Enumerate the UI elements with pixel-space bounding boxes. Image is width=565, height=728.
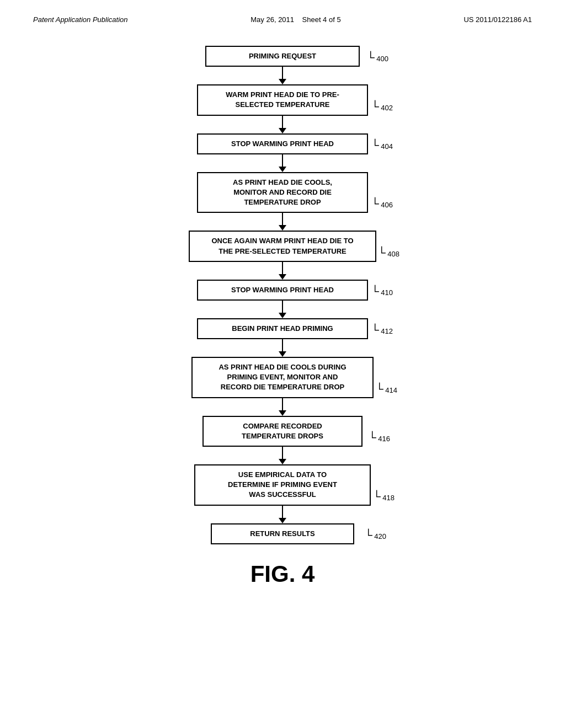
step-number-1: └ 400	[367, 51, 389, 64]
step-label-5: ONCE AGAIN WARM PRINT HEAD DIE TOTHE PRE…	[211, 237, 353, 255]
step-label-4: AS PRINT HEAD DIE COOLS,MONITOR AND RECO…	[233, 178, 332, 206]
flow-row-6: STOP WARMING PRINT HEAD └ 410	[145, 280, 420, 301]
step-number-3: └ 404	[371, 139, 393, 152]
header: Patent Application Publication May 26, 2…	[0, 0, 565, 29]
arrow-2	[279, 116, 286, 133]
step-number-8: └ 414	[376, 383, 398, 395]
arrow-4	[279, 213, 286, 231]
step-box-8: AS PRINT HEAD DIE COOLS DURINGPRIMING EV…	[191, 357, 374, 398]
arrow-5	[279, 262, 286, 280]
step-number-7: └ 412	[371, 324, 393, 336]
step-box-10: USE EMPIRICAL DATA TODETERMINE IF PRIMIN…	[194, 464, 371, 506]
step-label-8: AS PRINT HEAD DIE COOLS DURINGPRIMING EV…	[218, 363, 346, 391]
step-label-2: WARM PRINT HEAD DIE TO PRE-SELECTED TEMP…	[226, 90, 339, 109]
flow-row-9: COMPARE RECORDEDTEMPERATURE DROPS └ 416	[145, 416, 420, 447]
step-box-1: PRIMING REQUEST	[205, 46, 360, 67]
arrow-1	[279, 67, 286, 84]
step-box-6: STOP WARMING PRINT HEAD	[197, 280, 368, 301]
flow-row-10: USE EMPIRICAL DATA TODETERMINE IF PRIMIN…	[145, 464, 420, 506]
step-box-5: ONCE AGAIN WARM PRINT HEAD DIE TOTHE PRE…	[189, 231, 376, 261]
header-left: Patent Application Publication	[33, 15, 128, 24]
header-sheet: Sheet 4 of 5	[302, 15, 341, 24]
step-box-9: COMPARE RECORDEDTEMPERATURE DROPS	[202, 416, 363, 447]
step-box-2: WARM PRINT HEAD DIE TO PRE-SELECTED TEMP…	[197, 84, 368, 115]
step-box-7: BEGIN PRINT HEAD PRIMING	[197, 318, 368, 339]
step-label-9: COMPARE RECORDEDTEMPERATURE DROPS	[242, 422, 323, 440]
header-date: May 26, 2011	[250, 15, 294, 24]
step-box-3: STOP WARMING PRINT HEAD	[197, 133, 368, 154]
flow-row-8: AS PRINT HEAD DIE COOLS DURINGPRIMING EV…	[145, 357, 420, 398]
step-box-11: RETURN RESULTS	[211, 523, 354, 544]
step-label-10: USE EMPIRICAL DATA TODETERMINE IF PRIMIN…	[228, 470, 337, 499]
flow-row-5: ONCE AGAIN WARM PRINT HEAD DIE TOTHE PRE…	[145, 231, 420, 261]
step-number-2: └ 402	[371, 100, 393, 113]
header-right: US 2011/0122186 A1	[463, 15, 532, 24]
flow-row-11: RETURN RESULTS └ 420	[145, 523, 420, 544]
step-number-11: └ 420	[365, 529, 387, 542]
arrow-9	[279, 447, 286, 464]
flow-row-2: WARM PRINT HEAD DIE TO PRE-SELECTED TEMP…	[145, 84, 420, 115]
step-number-5: └ 408	[378, 247, 400, 259]
step-label-11: RETURN RESULTS	[250, 529, 315, 538]
step-label-6: STOP WARMING PRINT HEAD	[231, 286, 334, 294]
flow-row-1: PRIMING REQUEST └ 400	[145, 46, 420, 67]
step-label-7: BEGIN PRINT HEAD PRIMING	[232, 324, 333, 333]
step-number-4: └ 406	[371, 197, 393, 210]
step-number-10: └ 418	[373, 490, 395, 503]
flow-row-3: STOP WARMING PRINT HEAD └ 404	[145, 133, 420, 154]
step-label-3: STOP WARMING PRINT HEAD	[231, 140, 334, 148]
flow-row-7: BEGIN PRINT HEAD PRIMING └ 412	[145, 318, 420, 339]
step-label-1: PRIMING REQUEST	[249, 52, 316, 60]
arrow-7	[279, 339, 286, 357]
step-number-9: └ 416	[369, 431, 391, 444]
arrow-10	[279, 506, 286, 523]
flow-row-4: AS PRINT HEAD DIE COOLS,MONITOR AND RECO…	[145, 172, 420, 213]
arrow-6	[279, 301, 286, 318]
arrow-3	[279, 154, 286, 172]
header-center: May 26, 2011 Sheet 4 of 5	[250, 15, 340, 24]
diagram-container: PRIMING REQUEST └ 400 WARM PRINT HEAD DI…	[0, 29, 565, 587]
step-box-4: AS PRINT HEAD DIE COOLS,MONITOR AND RECO…	[197, 172, 368, 213]
figure-label: FIG. 4	[250, 561, 315, 587]
arrow-8	[279, 398, 286, 416]
step-number-6: └ 410	[371, 285, 393, 298]
